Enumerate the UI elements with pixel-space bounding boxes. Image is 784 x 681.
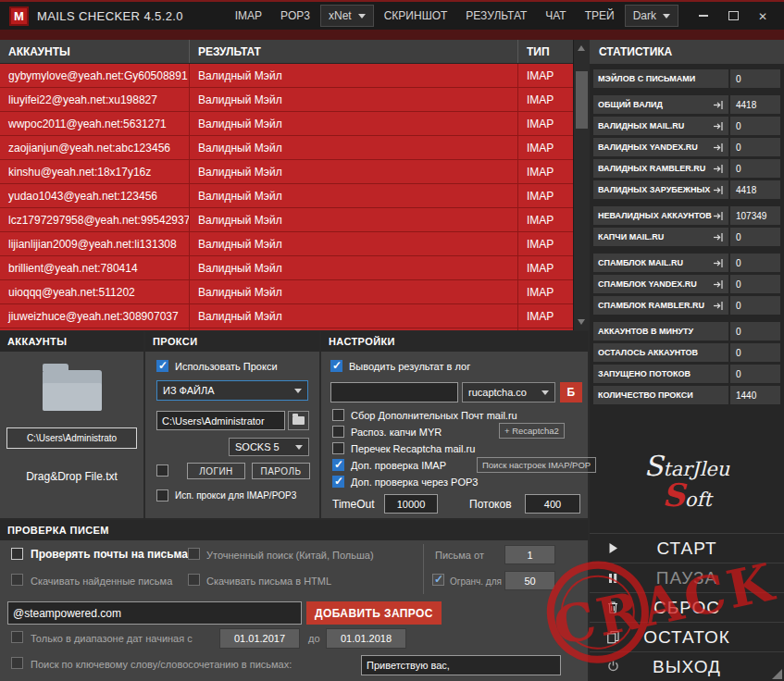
cell-account: zaojianjun@yeah.net:abc123456 [0,136,190,159]
table-row[interactable]: uioqqq@yeah.net:511202 Валидный Мэйл IMA… [0,280,590,304]
cell-type: IMAP [518,184,574,207]
menu-item-screenshot[interactable]: СКРИНШОТ [376,5,456,27]
theme-select[interactable]: Dark [625,5,678,27]
keyword-search-label: Поиск по ключевому слову/словосочетанию … [31,658,292,671]
check-letters-checkbox[interactable] [11,548,23,560]
stat-row: НЕВАЛИДНЫХ АККАУНТОВ 107349 [593,206,780,225]
table-scrollbar[interactable] [573,40,590,330]
export-icon[interactable] [713,211,724,221]
proxy-type-select[interactable]: SOCKS 5 [229,438,309,456]
menu-item-result[interactable]: РЕЗУЛЬТАТ [457,5,535,27]
folder-icon[interactable] [43,370,102,411]
stat-label: КАПЧИ MAIL.RU [598,232,664,241]
table-row[interactable]: jiuweizhuce@yeah.net:308907037 Валидный … [0,304,590,328]
table-row[interactable]: brillient@yeah.net:780414 Валидный Мэйл … [0,256,590,280]
login-button[interactable]: ЛОГИН [187,463,245,479]
browse-folder-button[interactable] [288,411,309,430]
maximize-button[interactable] [721,6,745,26]
cell-result: Валидный Мэйл [190,112,518,135]
download-found-checkbox[interactable] [11,574,23,586]
balance-button[interactable]: Б [560,382,582,402]
column-header-result[interactable]: РЕЗУЛЬТАТ [190,40,518,63]
accounts-path-button[interactable]: C:\Users\Administrato [6,427,137,449]
table-row[interactable]: kinshu@yeah.net:18x17y16z Валидный Мэйл … [0,160,590,184]
password-button[interactable]: ПАРОЛЬ [252,463,310,479]
download-html-checkbox[interactable] [188,574,200,586]
resize-grip[interactable] [772,669,782,679]
export-icon[interactable] [713,258,724,268]
reset-button[interactable]: СБРОС [590,592,784,622]
timeout-input[interactable]: 10000 [384,494,438,514]
extra-pop3-check-checkbox[interactable] [332,476,344,488]
proxy-for-imap-checkbox[interactable] [156,489,168,501]
table-row[interactable]: liuyifei22@yeah.net:xu198827 Валидный Мэ… [0,88,590,112]
query-input[interactable]: @steampowered.com [7,601,302,625]
date-range-checkbox[interactable] [11,631,23,643]
download-found-label: Скачивать найденные письма [31,575,172,588]
add-query-button[interactable]: ДОБАВИТЬ ЗАПРОС [306,601,442,625]
minimize-button[interactable] [691,6,716,26]
extra-imap-check-checkbox[interactable] [332,459,344,471]
export-icon[interactable] [713,232,724,242]
proxy-path-input[interactable]: C:\Users\Administrator [156,411,285,430]
scroll-up-icon[interactable] [578,45,585,51]
menu-item-tray[interactable]: ТРЕЙ [577,5,623,27]
table-row[interactable]: gybymylove@yeah.net:Gy60508891 Валидный … [0,64,590,88]
export-icon[interactable] [713,164,724,174]
menu-item-pop3[interactable]: POP3 [272,5,318,27]
scroll-down-icon[interactable] [578,319,585,325]
proxy-auth-checkbox[interactable] [156,464,168,477]
recognize-captcha-label: Распоз. капчи MYR [351,426,442,439]
keyword-search-checkbox[interactable] [11,657,23,669]
proxy-source-select[interactable]: ИЗ ФАЙЛА [156,380,308,401]
letters-from-input[interactable]: 1 [504,545,555,564]
exit-button[interactable]: ВЫХОД [590,651,784,681]
table-row[interactable]: wwpoc2011@yeah.net:5631271 Валидный Мэйл… [0,112,590,136]
start-button[interactable]: СТАРТ [590,533,784,563]
threads-label: Потоков [469,498,512,511]
table-row[interactable]: yudao1043@yeah.net:123456 Валидный Мэйл … [0,184,590,208]
pop3-limit-checkbox[interactable] [432,574,444,586]
menu-item-imap[interactable]: IMAP [227,5,270,27]
pause-button[interactable]: ПАУЗА [590,563,784,592]
pop3-limit-input[interactable]: 50 [504,571,555,590]
stat-row: ОСТАЛОСЬ АККАУНТОВ 0 [593,343,780,362]
recognize-captcha-checkbox[interactable] [332,426,344,438]
export-icon[interactable] [713,121,724,131]
use-proxy-checkbox[interactable] [156,360,168,372]
settings-panel-title: НАСТРОЙКИ [321,331,588,352]
menu-item-xnet[interactable]: xNet [320,5,374,27]
captcha-key-input[interactable] [330,382,458,402]
column-header-type[interactable]: ТИП [518,40,574,63]
close-button[interactable] [751,6,775,26]
log-output-checkbox[interactable] [330,360,342,372]
table-row[interactable]: lcz1797297958@yeah.net:995429374 Валидны… [0,208,590,232]
captcha-service-select[interactable]: rucaptcha.co [462,382,555,402]
stat-label: ВАЛИДНЫХ ЗАРУБЕЖНЫХ [598,185,710,194]
export-icon[interactable] [713,279,724,290]
export-icon[interactable] [713,185,724,195]
refined-search-checkbox[interactable] [188,548,200,560]
menu-item-chat[interactable]: ЧАТ [537,5,574,27]
keyword-input[interactable]: Приветствую вас, [361,655,561,675]
table-header: АККАУНТЫ РЕЗУЛЬТАТ ТИП [0,40,590,64]
table-row[interactable]: ...@yeah.net:317 Валидный Мэйл IMAP [0,328,590,330]
log-output-label: Выводить результат в лог [349,360,470,373]
cell-type: IMAP [518,160,574,183]
threads-input[interactable]: 400 [525,494,580,514]
export-icon[interactable] [713,142,724,153]
table-row[interactable]: zaojianjun@yeah.net:abc123456 Валидный М… [0,136,590,160]
column-header-accounts[interactable]: АККАУНТЫ [0,40,190,63]
imap-pop-search-badge: Поиск настроек IMAP/POP [477,457,596,473]
collect-extra-mails-checkbox[interactable] [332,409,344,421]
date-from-input[interactable]: 01.01.2017 [219,628,300,649]
table-row[interactable]: lijianlijian2009@yeah.net:li131308 Валид… [0,232,590,256]
action-buttons: СТАРТ ПАУЗА СБРОС ОСТАТОК [590,533,784,681]
app-title: MAILS CHECKER 4.5.2.0 [37,9,183,23]
scrollbar-thumb[interactable] [576,71,588,129]
recheck-recaptcha-checkbox[interactable] [332,442,344,454]
date-to-input[interactable]: 01.01.2018 [326,628,406,649]
export-icon[interactable] [713,301,724,311]
export-icon[interactable] [713,100,724,110]
remainder-button[interactable]: ОСТАТОК [590,622,784,651]
